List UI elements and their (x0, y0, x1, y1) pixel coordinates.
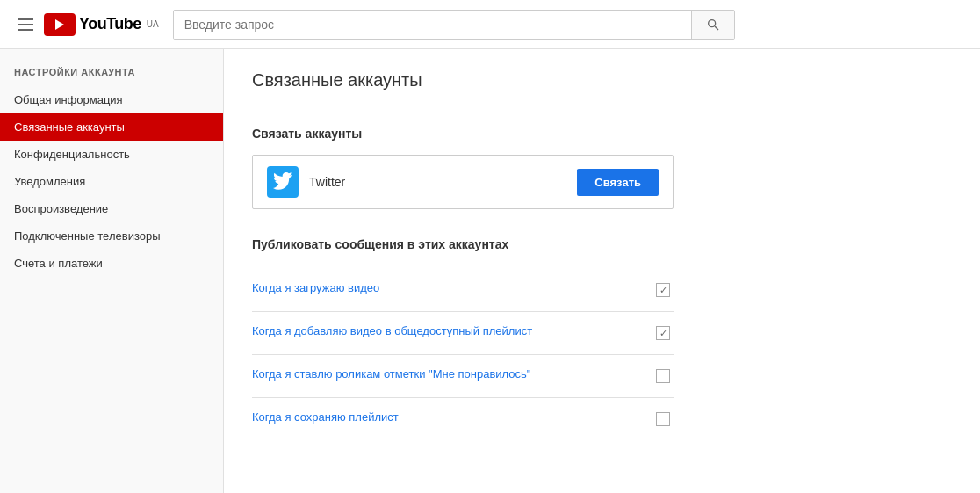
header-logo: YouTubeUA (14, 13, 159, 36)
publish-label-0: Когда я загружаю видео (252, 279, 642, 297)
page-layout: НАСТРОЙКИ АККАУНТА Общая информация Связ… (0, 49, 980, 493)
checkbox-wrap-0 (652, 279, 674, 301)
publish-label-2: Когда я ставлю роликам отметки "Мне понр… (252, 366, 642, 383)
twitter-icon (267, 166, 299, 198)
sidebar-item-billing[interactable]: Счета и платежи (0, 250, 223, 277)
hamburger-menu-icon[interactable] (14, 15, 37, 34)
main-content: Связанные аккаунты Связать аккаунты Twit… (224, 49, 980, 493)
publish-item-2: Когда я ставлю роликам отметки "Мне понр… (252, 355, 674, 398)
youtube-logo: YouTubeUA (44, 13, 159, 36)
checkbox-0[interactable] (656, 283, 670, 297)
checkbox-wrap-3 (652, 409, 674, 430)
twitter-connect-box: Twitter Связать (252, 155, 674, 209)
sidebar-item-general[interactable]: Общая информация (0, 86, 223, 113)
publish-item-3: Когда я сохраняю плейлист (252, 398, 674, 440)
sidebar-item-privacy[interactable]: Конфиденциальность (0, 141, 223, 168)
publish-item-1: Когда я добавляю видео в общедоступный п… (252, 312, 674, 355)
page-title: Связанные аккаунты (252, 70, 952, 91)
header: YouTubeUA (0, 0, 980, 49)
sidebar-item-tvs[interactable]: Подключенные телевизоры (0, 222, 223, 250)
sidebar: НАСТРОЙКИ АККАУНТА Общая информация Связ… (0, 49, 224, 493)
connect-button[interactable]: Связать (577, 169, 659, 196)
search-input[interactable] (174, 11, 691, 39)
youtube-ua-badge: UA (147, 19, 159, 29)
connect-section-title: Связать аккаунты (252, 127, 952, 141)
search-bar (173, 10, 735, 40)
youtube-wordmark: YouTube (79, 15, 141, 33)
checkbox-wrap-1 (652, 323, 674, 344)
youtube-play-icon (44, 13, 76, 36)
svg-point-0 (708, 19, 715, 26)
divider-top (252, 105, 952, 105)
checkbox-1[interactable] (656, 326, 670, 340)
sidebar-item-linked[interactable]: Связанные аккаунты (0, 113, 223, 141)
sidebar-item-playback[interactable]: Воспроизведение (0, 195, 223, 222)
sidebar-section-title: НАСТРОЙКИ АККАУНТА (0, 67, 223, 86)
twitter-bird-icon (273, 172, 292, 192)
search-button[interactable] (691, 11, 734, 39)
checkbox-wrap-2 (652, 366, 674, 387)
checkbox-3[interactable] (656, 412, 670, 426)
publish-section-title: Публиковать сообщения в этих аккаунтах (252, 237, 952, 251)
publish-label-3: Когда я сохраняю плейлист (252, 409, 642, 426)
publish-item-0: Когда я загружаю видео (252, 269, 674, 312)
checkbox-2[interactable] (656, 369, 670, 383)
svg-line-1 (715, 26, 718, 30)
publish-label-1: Когда я добавляю видео в общедоступный п… (252, 323, 642, 340)
twitter-label: Twitter (309, 175, 566, 189)
search-icon (706, 18, 720, 32)
sidebar-item-notifications[interactable]: Уведомления (0, 168, 223, 195)
